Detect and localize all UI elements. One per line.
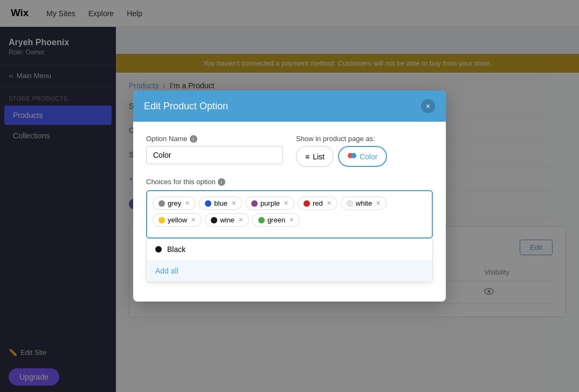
remove-purple-button[interactable]: ✕ — [284, 200, 288, 207]
dropdown-black-label: Black — [167, 245, 185, 254]
choices-box[interactable]: grey ✕ blue ✕ purple ✕ — [146, 190, 433, 239]
choice-tag-purple: purple ✕ — [245, 197, 294, 210]
show-as-buttons: ≡ List Color — [296, 146, 433, 167]
modal-overlay: Edit Product Option × Option Name i Show… — [0, 0, 579, 392]
dropdown-item-black[interactable]: Black — [147, 239, 432, 260]
remove-red-button[interactable]: ✕ — [327, 200, 332, 207]
choices-dropdown: Black Add all — [146, 239, 433, 282]
add-all-button[interactable]: Add all — [147, 260, 432, 282]
svg-point-4 — [351, 153, 356, 158]
modal-body: Option Name i Show in product page as: ≡… — [133, 122, 446, 302]
modal-header: Edit Product Option × — [133, 90, 446, 122]
blue-color-dot — [205, 200, 211, 207]
option-name-group: Option Name i — [146, 135, 283, 164]
choice-tag-grey: grey ✕ — [153, 197, 196, 210]
edit-product-option-modal: Edit Product Option × Option Name i Show… — [133, 90, 446, 302]
choice-tag-blue: blue ✕ — [199, 197, 242, 210]
remove-wine-button[interactable]: ✕ — [238, 216, 243, 223]
show-as-color-button[interactable]: Color — [338, 146, 387, 167]
choices-label: Choices for this option i — [146, 178, 433, 186]
black-color-dot — [155, 246, 162, 253]
modal-title: Edit Product Option — [144, 101, 228, 112]
choices-section: Choices for this option i grey ✕ — [146, 178, 433, 282]
remove-grey-button[interactable]: ✕ — [185, 200, 190, 207]
color-swatch-icon — [348, 151, 356, 162]
green-color-dot — [258, 217, 265, 223]
choice-tag-white: white ✕ — [341, 197, 387, 210]
show-as-group: Show in product page as: ≡ List — [296, 135, 433, 167]
remove-white-button[interactable]: ✕ — [376, 200, 381, 207]
red-color-dot — [304, 200, 310, 207]
remove-yellow-button[interactable]: ✕ — [191, 216, 196, 223]
option-name-input[interactable] — [146, 146, 283, 164]
choice-tag-green: green ✕ — [252, 213, 300, 227]
choice-tag-yellow: yellow ✕ — [153, 213, 202, 227]
white-color-dot — [347, 200, 353, 207]
option-name-label: Option Name i — [146, 135, 283, 143]
grey-color-dot — [158, 200, 165, 207]
remove-green-button[interactable]: ✕ — [289, 216, 294, 223]
yellow-color-dot — [158, 217, 165, 223]
choices-row-1: grey ✕ blue ✕ purple ✕ — [153, 197, 426, 210]
show-as-label: Show in product page as: — [296, 135, 433, 143]
choices-row-2: yellow ✕ wine ✕ green — [153, 213, 426, 227]
choice-tag-wine: wine ✕ — [205, 213, 249, 227]
wine-color-dot — [211, 217, 217, 223]
option-name-info-icon: i — [190, 135, 197, 143]
modal-close-button[interactable]: × — [421, 99, 435, 113]
choice-tag-red: red ✕ — [298, 197, 337, 210]
show-as-list-button[interactable]: ≡ List — [296, 146, 334, 167]
purple-color-dot — [251, 200, 258, 207]
list-icon: ≡ — [305, 152, 309, 161]
remove-blue-button[interactable]: ✕ — [231, 200, 236, 207]
choices-info-icon: i — [218, 178, 225, 186]
modal-top-row: Option Name i Show in product page as: ≡… — [146, 135, 433, 167]
